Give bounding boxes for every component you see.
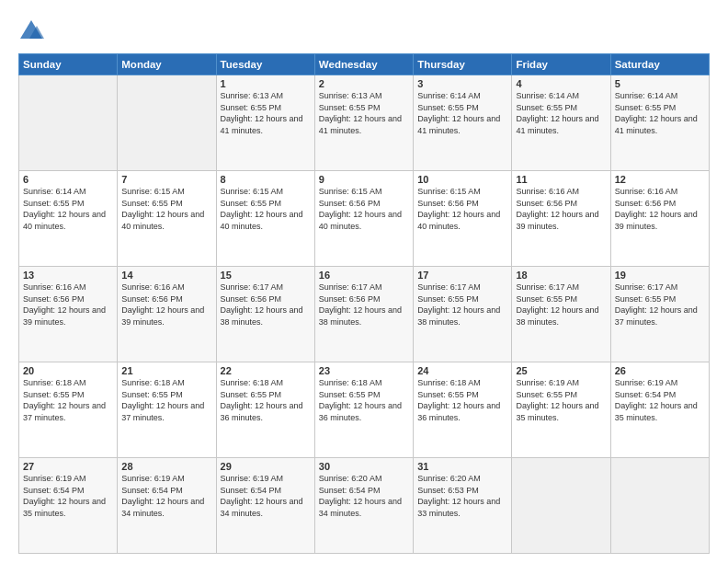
calendar-cell: 8Sunrise: 6:15 AM Sunset: 6:55 PM Daylig…: [216, 171, 314, 267]
calendar-week-row: 13Sunrise: 6:16 AM Sunset: 6:56 PM Dayli…: [19, 267, 710, 362]
calendar-cell: 14Sunrise: 6:16 AM Sunset: 6:56 PM Dayli…: [118, 267, 216, 362]
day-info: Sunrise: 6:17 AM Sunset: 6:55 PM Dayligh…: [615, 282, 705, 327]
calendar-cell: 4Sunrise: 6:14 AM Sunset: 6:55 PM Daylig…: [512, 75, 610, 171]
day-number: 26: [615, 365, 705, 376]
day-number: 28: [121, 461, 211, 472]
day-number: 18: [516, 270, 606, 281]
day-number: 24: [417, 365, 507, 376]
day-number: 1: [221, 78, 311, 89]
logo: [18, 17, 48, 44]
day-info: Sunrise: 6:18 AM Sunset: 6:55 PM Dayligh…: [417, 377, 507, 423]
calendar-cell: [512, 458, 610, 554]
calendar-cell: 19Sunrise: 6:17 AM Sunset: 6:55 PM Dayli…: [610, 267, 709, 362]
day-info: Sunrise: 6:20 AM Sunset: 6:54 PM Dayligh…: [319, 473, 409, 519]
day-number: 3: [417, 78, 507, 89]
calendar-cell: 30Sunrise: 6:20 AM Sunset: 6:54 PM Dayli…: [314, 458, 413, 554]
calendar-cell: 25Sunrise: 6:19 AM Sunset: 6:55 PM Dayli…: [512, 362, 610, 458]
day-number: 14: [121, 270, 211, 281]
day-number: 10: [417, 174, 507, 185]
calendar-cell: 13Sunrise: 6:16 AM Sunset: 6:56 PM Dayli…: [19, 267, 118, 362]
day-info: Sunrise: 6:13 AM Sunset: 6:55 PM Dayligh…: [319, 90, 409, 136]
day-info: Sunrise: 6:16 AM Sunset: 6:56 PM Dayligh…: [23, 282, 113, 327]
day-info: Sunrise: 6:15 AM Sunset: 6:55 PM Dayligh…: [121, 186, 211, 232]
day-info: Sunrise: 6:16 AM Sunset: 6:56 PM Dayligh…: [615, 186, 705, 232]
day-number: 13: [23, 270, 113, 281]
calendar-cell: 23Sunrise: 6:18 AM Sunset: 6:55 PM Dayli…: [314, 362, 413, 458]
day-number: 6: [23, 174, 113, 185]
page: SundayMondayTuesdayWednesdayThursdayFrid…: [0, 0, 728, 563]
day-info: Sunrise: 6:20 AM Sunset: 6:53 PM Dayligh…: [417, 473, 507, 519]
day-info: Sunrise: 6:18 AM Sunset: 6:55 PM Dayligh…: [23, 377, 113, 423]
day-number: 19: [615, 270, 705, 281]
day-header-saturday: Saturday: [610, 54, 709, 75]
calendar-cell: 15Sunrise: 6:17 AM Sunset: 6:56 PM Dayli…: [216, 267, 314, 362]
day-info: Sunrise: 6:14 AM Sunset: 6:55 PM Dayligh…: [516, 90, 606, 136]
calendar-cell: 22Sunrise: 6:18 AM Sunset: 6:55 PM Dayli…: [216, 362, 314, 458]
calendar-cell: 5Sunrise: 6:14 AM Sunset: 6:55 PM Daylig…: [610, 75, 709, 171]
day-info: Sunrise: 6:19 AM Sunset: 6:55 PM Dayligh…: [516, 377, 606, 423]
calendar-cell: 24Sunrise: 6:18 AM Sunset: 6:55 PM Dayli…: [414, 362, 512, 458]
day-number: 8: [221, 174, 311, 185]
calendar-week-row: 20Sunrise: 6:18 AM Sunset: 6:55 PM Dayli…: [19, 362, 710, 458]
day-number: 9: [319, 174, 409, 185]
calendar-cell: 27Sunrise: 6:19 AM Sunset: 6:54 PM Dayli…: [19, 458, 118, 554]
calendar-week-row: 6Sunrise: 6:14 AM Sunset: 6:55 PM Daylig…: [19, 171, 710, 267]
day-number: 22: [221, 365, 311, 376]
day-number: 29: [221, 461, 311, 472]
day-header-thursday: Thursday: [414, 54, 512, 75]
day-number: 5: [615, 78, 705, 89]
day-number: 20: [23, 365, 113, 376]
header: [18, 17, 710, 44]
day-info: Sunrise: 6:19 AM Sunset: 6:54 PM Dayligh…: [615, 377, 705, 423]
calendar-cell: 28Sunrise: 6:19 AM Sunset: 6:54 PM Dayli…: [118, 458, 216, 554]
day-info: Sunrise: 6:19 AM Sunset: 6:54 PM Dayligh…: [221, 473, 311, 519]
calendar-week-row: 27Sunrise: 6:19 AM Sunset: 6:54 PM Dayli…: [19, 458, 710, 554]
day-number: 17: [417, 270, 507, 281]
day-info: Sunrise: 6:16 AM Sunset: 6:56 PM Dayligh…: [516, 186, 606, 232]
calendar-cell: 21Sunrise: 6:18 AM Sunset: 6:55 PM Dayli…: [118, 362, 216, 458]
calendar-header-row: SundayMondayTuesdayWednesdayThursdayFrid…: [19, 54, 710, 75]
day-info: Sunrise: 6:17 AM Sunset: 6:56 PM Dayligh…: [221, 282, 311, 327]
day-info: Sunrise: 6:19 AM Sunset: 6:54 PM Dayligh…: [23, 473, 113, 519]
calendar-week-row: 1Sunrise: 6:13 AM Sunset: 6:55 PM Daylig…: [19, 75, 710, 171]
day-header-wednesday: Wednesday: [314, 54, 413, 75]
calendar-cell: 7Sunrise: 6:15 AM Sunset: 6:55 PM Daylig…: [118, 171, 216, 267]
day-number: 12: [615, 174, 705, 185]
day-number: 31: [417, 461, 507, 472]
day-number: 2: [319, 78, 409, 89]
calendar-cell: 18Sunrise: 6:17 AM Sunset: 6:55 PM Dayli…: [512, 267, 610, 362]
calendar-cell: 31Sunrise: 6:20 AM Sunset: 6:53 PM Dayli…: [414, 458, 512, 554]
day-header-monday: Monday: [118, 54, 216, 75]
day-number: 4: [516, 78, 606, 89]
day-number: 11: [516, 174, 606, 185]
calendar-table: SundayMondayTuesdayWednesdayThursdayFrid…: [18, 53, 710, 554]
day-number: 30: [319, 461, 409, 472]
day-info: Sunrise: 6:14 AM Sunset: 6:55 PM Dayligh…: [23, 186, 113, 232]
day-info: Sunrise: 6:15 AM Sunset: 6:56 PM Dayligh…: [417, 186, 507, 232]
day-info: Sunrise: 6:15 AM Sunset: 6:55 PM Dayligh…: [221, 186, 311, 232]
day-header-friday: Friday: [512, 54, 610, 75]
day-info: Sunrise: 6:18 AM Sunset: 6:55 PM Dayligh…: [121, 377, 211, 423]
day-number: 27: [23, 461, 113, 472]
day-info: Sunrise: 6:14 AM Sunset: 6:55 PM Dayligh…: [615, 90, 705, 136]
day-info: Sunrise: 6:13 AM Sunset: 6:55 PM Dayligh…: [221, 90, 311, 136]
day-info: Sunrise: 6:17 AM Sunset: 6:55 PM Dayligh…: [417, 282, 507, 327]
calendar-cell: 9Sunrise: 6:15 AM Sunset: 6:56 PM Daylig…: [314, 171, 413, 267]
day-info: Sunrise: 6:18 AM Sunset: 6:55 PM Dayligh…: [319, 377, 409, 423]
calendar-cell: 17Sunrise: 6:17 AM Sunset: 6:55 PM Dayli…: [414, 267, 512, 362]
calendar-cell: 2Sunrise: 6:13 AM Sunset: 6:55 PM Daylig…: [314, 75, 413, 171]
calendar-cell: 1Sunrise: 6:13 AM Sunset: 6:55 PM Daylig…: [216, 75, 314, 171]
day-number: 7: [121, 174, 211, 185]
calendar-cell: 16Sunrise: 6:17 AM Sunset: 6:56 PM Dayli…: [314, 267, 413, 362]
calendar-cell: 11Sunrise: 6:16 AM Sunset: 6:56 PM Dayli…: [512, 171, 610, 267]
calendar-cell: [19, 75, 118, 171]
calendar-cell: 3Sunrise: 6:14 AM Sunset: 6:55 PM Daylig…: [414, 75, 512, 171]
calendar-cell: 20Sunrise: 6:18 AM Sunset: 6:55 PM Dayli…: [19, 362, 118, 458]
day-number: 16: [319, 270, 409, 281]
day-number: 23: [319, 365, 409, 376]
day-header-tuesday: Tuesday: [216, 54, 314, 75]
calendar-cell: 26Sunrise: 6:19 AM Sunset: 6:54 PM Dayli…: [610, 362, 709, 458]
day-info: Sunrise: 6:17 AM Sunset: 6:55 PM Dayligh…: [516, 282, 606, 327]
calendar-cell: 6Sunrise: 6:14 AM Sunset: 6:55 PM Daylig…: [19, 171, 118, 267]
day-info: Sunrise: 6:14 AM Sunset: 6:55 PM Dayligh…: [417, 90, 507, 136]
